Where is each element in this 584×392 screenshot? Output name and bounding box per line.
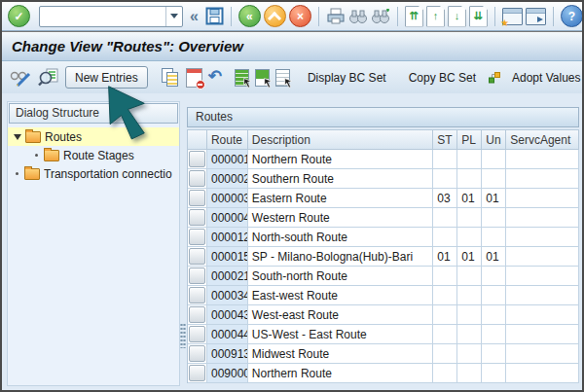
cell-st[interactable] (433, 286, 457, 305)
sidebar-item-route-stages[interactable]: Route Stages (8, 146, 179, 164)
cell-servc-agent[interactable] (506, 247, 579, 267)
cell-servc-agent[interactable] (506, 286, 579, 305)
row-selector-button[interactable] (189, 306, 205, 323)
deselect-all-button[interactable] (275, 69, 290, 87)
cell-route[interactable]: 000001 (207, 150, 248, 169)
column-header-route[interactable]: Route (207, 130, 248, 150)
command-field-combobox[interactable] (39, 6, 183, 27)
cell-servc-agent[interactable] (506, 305, 579, 325)
cell-st[interactable] (433, 267, 457, 286)
select-all-button[interactable] (235, 69, 249, 87)
cell-pl[interactable] (457, 305, 482, 325)
display-bc-set-button[interactable]: Display BC Set (303, 69, 391, 87)
column-header-st[interactable]: ST (433, 130, 457, 150)
help-button[interactable]: ? (561, 5, 583, 27)
cell-st[interactable] (433, 364, 457, 383)
sidebar-item-transportation-connectio[interactable]: Transportation connectio (8, 164, 179, 183)
adopt-values-button[interactable]: Adopt Values (507, 69, 584, 87)
row-selector-button[interactable] (189, 345, 205, 362)
cell-un[interactable]: 01 (482, 247, 506, 267)
command-field-dropdown-button[interactable] (165, 7, 182, 26)
cell-servc-agent[interactable] (506, 344, 579, 364)
cell-st[interactable] (433, 150, 457, 169)
cell-pl[interactable] (457, 267, 482, 286)
cell-pl[interactable] (457, 325, 482, 344)
first-page-button[interactable]: ⇈ (405, 6, 423, 27)
cell-description[interactable]: SP - Milano-Bologna(Hub)-Bari (248, 247, 434, 267)
row-selector-button[interactable] (189, 248, 205, 265)
cell-st[interactable] (433, 169, 457, 189)
cell-description[interactable]: Northern Route (248, 150, 434, 169)
cell-st[interactable] (433, 305, 457, 325)
cell-route[interactable]: 009000 (207, 364, 248, 383)
cell-route[interactable]: 000021 (207, 267, 248, 286)
row-selector-button[interactable] (189, 190, 205, 206)
cell-pl[interactable]: 01 (457, 247, 482, 267)
enter-button[interactable]: ✓ (8, 5, 30, 27)
row-selector-button[interactable] (189, 209, 205, 226)
cell-pl[interactable] (457, 364, 482, 383)
cell-description[interactable]: South-north Route (248, 267, 434, 286)
previous-page-button[interactable]: ↑ (426, 6, 445, 27)
cell-pl[interactable] (457, 169, 482, 189)
expander-icon[interactable] (14, 134, 21, 140)
cell-description[interactable]: Eastern Route (248, 189, 434, 208)
cell-pl[interactable] (457, 228, 482, 247)
new-session-button[interactable]: ★ (502, 8, 523, 25)
display-change-toggle-button[interactable] (10, 69, 32, 87)
row-selector-button[interactable] (189, 326, 205, 342)
cell-st[interactable]: 03 (433, 189, 457, 208)
cell-servc-agent[interactable] (506, 228, 579, 247)
cell-un[interactable]: 01 (482, 189, 506, 208)
column-header-servcagent[interactable]: ServcAgent (506, 130, 579, 150)
row-selector-button[interactable] (189, 287, 205, 303)
create-shortcut-button[interactable] (526, 8, 546, 25)
cell-un[interactable] (482, 344, 506, 364)
cell-description[interactable]: West-east Route (248, 305, 434, 325)
cell-servc-agent[interactable] (506, 169, 579, 189)
last-page-button[interactable]: ⇊ (469, 6, 488, 27)
cell-st[interactable] (433, 228, 457, 247)
row-selector-button[interactable] (189, 365, 205, 381)
cell-pl[interactable]: 01 (457, 189, 482, 208)
selector-column-header[interactable] (188, 130, 207, 150)
cell-un[interactable] (482, 208, 506, 228)
cell-route[interactable]: 000004 (207, 208, 248, 228)
collapse-toolbar-button[interactable]: « (190, 8, 199, 25)
row-selector-button[interactable] (189, 229, 205, 245)
panel-splitter-handle[interactable] (180, 323, 186, 348)
copy-as-button[interactable] (161, 68, 180, 88)
exit-button[interactable]: × (289, 5, 311, 27)
back-button[interactable]: « (238, 5, 261, 27)
command-field-input[interactable] (40, 9, 165, 24)
undo-button[interactable]: ↶ (208, 71, 222, 85)
cell-description[interactable]: Southern Route (248, 169, 434, 189)
cell-description[interactable]: Midwest Route (248, 344, 434, 364)
cell-description[interactable]: Northern Route (248, 364, 434, 383)
save-button[interactable] (205, 7, 224, 25)
cell-route[interactable]: 000002 (207, 169, 248, 189)
cell-un[interactable] (482, 364, 506, 383)
cell-un[interactable] (482, 169, 506, 189)
row-selector-button[interactable] (189, 151, 205, 167)
cell-route[interactable]: 000012 (207, 228, 248, 247)
cell-st[interactable]: 01 (433, 247, 457, 267)
cell-servc-agent[interactable] (506, 208, 579, 228)
select-block-button[interactable] (255, 69, 270, 87)
cell-pl[interactable] (457, 344, 482, 364)
column-header-un[interactable]: Un (482, 130, 506, 150)
cell-st[interactable] (433, 344, 457, 364)
cell-pl[interactable] (457, 286, 482, 305)
cell-route[interactable]: 000034 (207, 286, 248, 305)
cell-un[interactable] (482, 150, 506, 169)
cell-description[interactable]: US-West - East Route (248, 325, 434, 344)
cell-st[interactable] (433, 325, 457, 344)
cell-servc-agent[interactable] (506, 189, 579, 208)
find-next-button[interactable] (371, 9, 390, 24)
cell-route[interactable]: 000015 (207, 247, 248, 267)
cell-servc-agent[interactable] (506, 364, 579, 383)
up-button[interactable] (264, 5, 286, 27)
cell-st[interactable] (433, 208, 457, 228)
find-button[interactable] (348, 9, 368, 24)
cell-servc-agent[interactable] (506, 267, 579, 286)
